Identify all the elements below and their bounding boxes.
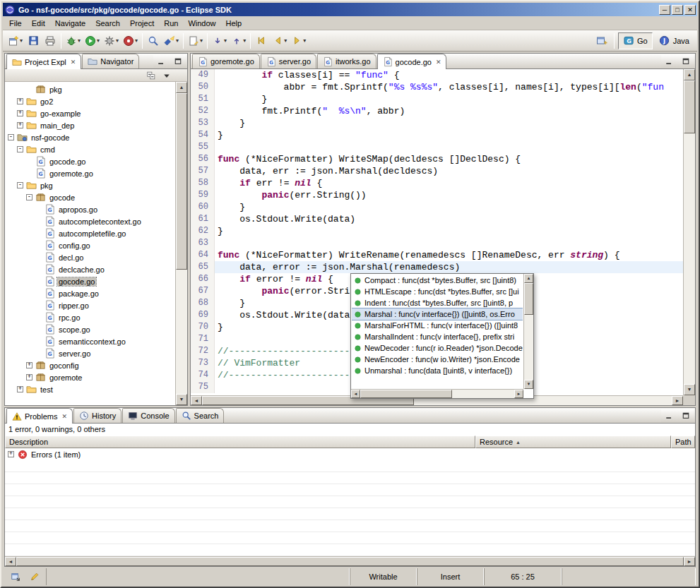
tree-item-config-go[interactable]: Gconfig.go	[5, 239, 175, 251]
tree-item-gocode-go[interactable]: Ggocode.go	[5, 275, 175, 287]
scroll-down-button[interactable]: ▼	[684, 384, 695, 395]
tab-console[interactable]: Console	[122, 408, 174, 423]
close-button[interactable]: ✕	[684, 5, 696, 15]
code-line-56[interactable]: 56func (*NiceFormatter) WriteSMap(declde…	[191, 153, 683, 165]
close-tab-icon[interactable]: ✕	[436, 59, 441, 66]
dropdown-arrow-icon[interactable]: ▾	[224, 37, 227, 44]
tree-item-cmd[interactable]: -cmd	[5, 143, 175, 155]
code-line-64[interactable]: 64func (*NiceFormatter) WriteRename(rena…	[191, 249, 683, 261]
scroll-down-button[interactable]: ▼	[176, 394, 187, 405]
scroll-down-button[interactable]: ▼	[524, 380, 533, 389]
perspective-java-button[interactable]: JJava	[654, 32, 694, 49]
next-annotation-button[interactable]: ▾	[210, 32, 229, 49]
scroll-up-button[interactable]: ▲	[176, 82, 187, 93]
dropdown-arrow-icon[interactable]: ▾	[116, 37, 119, 44]
scrollbar-thumb[interactable]	[524, 283, 533, 315]
autocomplete-item[interactable]: NewDecoder : func(r io.Reader) *json.Dec…	[352, 342, 523, 354]
menu-file[interactable]: File	[4, 18, 27, 29]
forward-button[interactable]: ▾	[289, 32, 308, 49]
expand-handle[interactable]: +	[17, 98, 23, 104]
autocomplete-item[interactable]: Compact : func(dst *bytes.Buffer, src []…	[352, 275, 523, 286]
tree-item-pkg[interactable]: pkg	[5, 83, 175, 95]
expand-handle[interactable]: +	[17, 122, 23, 128]
menu-edit[interactable]: Edit	[27, 18, 50, 29]
autocomplete-item[interactable]: Marshal : func(v interface{}) ([]uint8, …	[352, 308, 523, 320]
close-tab-icon[interactable]: ✕	[71, 59, 76, 66]
tree-item-go2[interactable]: +go2	[5, 95, 175, 107]
menu-help[interactable]: Help	[221, 18, 247, 29]
close-tab-icon[interactable]: ✕	[61, 413, 67, 420]
autocomplete-item[interactable]: Unmarshal : func(data []uint8, v interfa…	[352, 365, 523, 376]
scrollbar-thumb[interactable]	[360, 390, 452, 398]
popup-horizontal-scrollbar[interactable]: ◄ ►	[351, 389, 523, 398]
column-header-resource[interactable]: Resource▲	[475, 436, 671, 448]
menu-project[interactable]: Project	[125, 18, 159, 29]
maximize-button[interactable]: □	[672, 5, 683, 15]
tree-item-autocompletecontext-go[interactable]: Gautocompletecontext.go	[5, 215, 175, 227]
tree-item-test[interactable]: +test	[5, 383, 175, 395]
scroll-left-button[interactable]: ◄	[5, 557, 16, 566]
scrollbar-thumb[interactable]	[684, 80, 695, 133]
expand-handle[interactable]: +	[17, 110, 23, 116]
code-line-55[interactable]: 55	[191, 141, 683, 153]
save-button[interactable]	[25, 32, 42, 49]
collapse-handle[interactable]: -	[26, 194, 32, 200]
profile-button[interactable]: ▾	[121, 32, 140, 49]
scroll-up-button[interactable]: ▲	[684, 69, 695, 80]
code-line-63[interactable]: 63	[191, 237, 683, 249]
autocomplete-item[interactable]: HTMLEscape : func(dst *bytes.Buffer, src…	[352, 286, 523, 297]
code-line-54[interactable]: 54}	[191, 129, 683, 141]
tab-history[interactable]: History	[73, 408, 121, 423]
scroll-left-button[interactable]: ◄	[191, 396, 202, 405]
scroll-up-button[interactable]: ▲	[524, 274, 533, 283]
tab-server-go[interactable]: Gserver.go	[261, 54, 316, 68]
code-line-52[interactable]: 52 fmt.Printf(" %s\n", abbr)	[191, 105, 683, 117]
menu-navigate[interactable]: Navigate	[50, 18, 90, 29]
column-header-path[interactable]: Path	[671, 436, 695, 448]
mark-occurrences-button[interactable]	[27, 570, 42, 583]
tree-item-go-example[interactable]: +go-example	[5, 107, 175, 119]
tree-item-apropos-go[interactable]: Gapropos.go	[5, 203, 175, 215]
minimize-view-button[interactable]	[661, 55, 677, 68]
scroll-right-button[interactable]: ►	[672, 396, 683, 405]
new-task-button[interactable]: ▾	[186, 32, 205, 49]
tree-item-main-dep[interactable]: +main_dep	[5, 119, 175, 131]
tab-gocode-go[interactable]: Ggocode.go✕	[377, 54, 447, 69]
back-button[interactable]: ▾	[270, 32, 289, 49]
search-button[interactable]: ▾	[162, 32, 181, 49]
dropdown-arrow-icon[interactable]: ▾	[135, 37, 138, 44]
problems-horizontal-scrollbar[interactable]: ◄ ►	[5, 556, 695, 566]
tab-problems[interactable]: Problems✕	[6, 408, 73, 424]
code-line-57[interactable]: 57 data, err := json.Marshal(decldescs)	[191, 165, 683, 177]
last-edit-button[interactable]	[253, 32, 270, 49]
editor-vertical-scrollbar[interactable]: ▲ ▼	[683, 69, 695, 395]
column-header-description[interactable]: Description	[5, 436, 475, 448]
code-line-58[interactable]: 58 if err != nil {	[191, 177, 683, 189]
autocomplete-item[interactable]: MarshalIndent : func(v interface{}, pref…	[352, 331, 523, 342]
tree-item-goremote[interactable]: +goremote	[5, 371, 175, 383]
popup-vertical-scrollbar[interactable]: ▲ ▼	[523, 274, 533, 389]
minimize-view-button[interactable]	[661, 409, 677, 422]
new-wizard-button[interactable]: ▾	[6, 32, 25, 49]
code-line-51[interactable]: 51 }	[191, 93, 683, 105]
scroll-left-button[interactable]: ◄	[351, 390, 360, 398]
scroll-right-button[interactable]: ►	[514, 390, 523, 398]
tree-item-pkg[interactable]: -pkg	[5, 179, 175, 191]
tree-item-goconfig[interactable]: +goconfig	[5, 359, 175, 371]
tree-item-ripper-go[interactable]: Gripper.go	[5, 299, 175, 311]
code-editor[interactable]: 49 if classes[i] == "func" {50 abbr = fm…	[191, 69, 695, 405]
problems-row-errors[interactable]: +Errors (1 item)	[5, 448, 695, 460]
dropdown-arrow-icon[interactable]: ▾	[176, 37, 179, 44]
code-line-53[interactable]: 53 }	[191, 117, 683, 129]
tree-item-nsf-gocode[interactable]: -nsf-gocode	[5, 131, 175, 143]
dropdown-arrow-icon[interactable]: ▾	[284, 37, 287, 44]
tab-navigator[interactable]: Navigator	[82, 54, 139, 68]
menu-search[interactable]: Search	[90, 18, 125, 29]
tree-item-server-go[interactable]: Gserver.go	[5, 347, 175, 359]
print-button[interactable]	[42, 32, 59, 49]
tab-itworks-go[interactable]: Gitworks.go	[317, 54, 376, 68]
collapse-all-button[interactable]	[143, 69, 159, 82]
external-tools-button[interactable]: ▾	[102, 32, 121, 49]
code-line-61[interactable]: 61 os.Stdout.Write(data)	[191, 213, 683, 225]
tree-item-gocode-go[interactable]: Ggocode.go	[5, 155, 175, 167]
